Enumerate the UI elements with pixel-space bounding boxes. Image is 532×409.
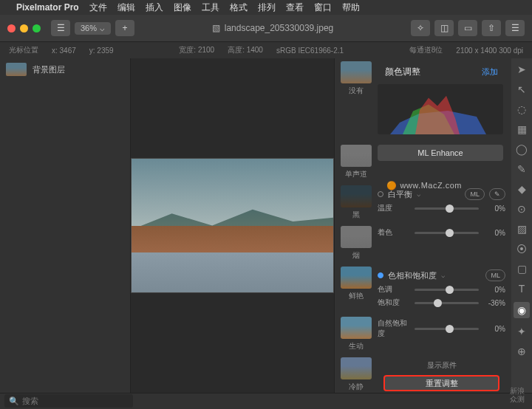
move-tool-icon[interactable]: ↖	[515, 83, 528, 96]
hs-toggle[interactable]	[378, 272, 383, 278]
layer-name: 背景图层	[33, 64, 65, 75]
add-adjustment-link[interactable]: 添加	[482, 66, 498, 78]
preset-live[interactable]	[341, 317, 372, 339]
share-icon[interactable]: ⇧	[482, 20, 501, 36]
watermark-sina: 新浪众测	[510, 387, 525, 403]
cursor-label: 光标位置	[9, 45, 38, 55]
zoom-dropdown[interactable]: 36%⌵	[75, 22, 111, 35]
zoom-tool-icon[interactable]: ⊕	[515, 345, 528, 358]
eyedropper-tool-icon[interactable]: ⦿	[515, 242, 528, 255]
menu-arrange[interactable]: 排列	[258, 1, 276, 14]
sidebar-toggle-icon[interactable]: ☰	[51, 20, 70, 36]
layers-panel: 背景图层	[0, 58, 131, 393]
show-original-button[interactable]: 显示原件	[378, 357, 505, 374]
preset-none[interactable]	[341, 61, 372, 83]
arrow-tool-icon[interactable]: ➤	[515, 63, 528, 76]
cursor-x: x: 3467	[52, 47, 76, 55]
layer-background[interactable]: 背景图层	[0, 58, 130, 80]
search-input[interactable]: 🔍 搜索	[4, 394, 133, 408]
layer-thumb	[6, 63, 27, 76]
marquee-tool-icon[interactable]: ◌	[515, 103, 528, 116]
menubar: Pixelmator Pro 文件 编辑 插入 图像 工具 格式 排列 查看 窗…	[0, 0, 532, 15]
tool-strip: ➤ ↖ ◌ ▦ ◯ ✎ ◆ ⊙ ▨ ⦿ ▢ T ◉ ✦ ⊕	[511, 58, 532, 393]
chevron-down-icon[interactable]: ⌵	[441, 272, 445, 279]
preset-mono[interactable]	[341, 145, 372, 167]
wb-toggle[interactable]	[378, 191, 383, 197]
hs-title: 色相和饱和度	[388, 270, 437, 281]
text-tool-icon[interactable]: T	[515, 282, 528, 295]
img-height: 1400	[247, 46, 263, 54]
brush-tool-icon[interactable]: ✎	[515, 162, 528, 176]
reset-adjustments-button[interactable]: 重置调整	[383, 375, 499, 391]
crop-icon[interactable]: ◫	[434, 20, 454, 36]
preset-smoke[interactable]	[341, 226, 372, 248]
menu-view[interactable]: 查看	[286, 1, 304, 14]
chevron-down-icon[interactable]: ⌵	[417, 190, 420, 198]
img-width: 2100	[198, 46, 214, 54]
menu-format[interactable]: 格式	[230, 1, 248, 14]
adjustments-panel: 没有 颜色调整 添加 单声道 ML Enhance 黑	[334, 58, 511, 393]
channels: 每通道8位	[409, 45, 443, 55]
info-bar: 光标位置 x: 3467 y: 2359 宽度: 2100 高度: 1400 s…	[0, 42, 532, 58]
shape-tool-icon[interactable]: ▢	[515, 262, 528, 275]
menu-file[interactable]: 文件	[89, 1, 107, 14]
menu-image[interactable]: 图像	[174, 1, 191, 14]
menu-tools[interactable]: 工具	[202, 1, 219, 14]
effects-tool-icon[interactable]: ✦	[515, 325, 528, 338]
temperature-slider[interactable]	[415, 207, 479, 210]
canvas[interactable]: 对图像的颜色调整重置为默认值，单击「重置调整」按钮	[131, 58, 334, 393]
panel-toggle-icon[interactable]: ☰	[505, 20, 525, 36]
menu-edit[interactable]: 编辑	[117, 1, 135, 14]
histogram	[378, 84, 503, 134]
watermark-macz: 🟠 www.MacZ.com	[386, 181, 462, 190]
vibrance-slider[interactable]	[415, 328, 479, 330]
saturation-slider[interactable]	[415, 302, 479, 304]
tint-slider[interactable]	[415, 232, 479, 234]
dimensions: 2100 x 1400 300 dpi	[456, 47, 523, 55]
app-name[interactable]: Pixelmator Pro	[16, 2, 79, 13]
hs-ml-button[interactable]: ML	[485, 269, 505, 281]
close-window-icon[interactable]	[7, 24, 16, 32]
maximize-window-icon[interactable]	[33, 24, 41, 32]
panel-title: 颜色调整	[385, 66, 476, 78]
menu-help[interactable]: 帮助	[342, 1, 360, 14]
menu-window[interactable]: 窗口	[314, 1, 332, 14]
add-button[interactable]: +	[115, 20, 134, 36]
menu-insert[interactable]: 插入	[146, 1, 163, 14]
wb-ml-button[interactable]: ML	[465, 188, 485, 200]
ml-enhance-button[interactable]: ML Enhance	[378, 145, 503, 161]
window-controls	[7, 24, 41, 32]
chevron-down-icon: ⌵	[100, 24, 105, 33]
search-icon: 🔍	[9, 396, 19, 406]
eyedropper-icon[interactable]: ✎	[489, 188, 505, 200]
minimize-window-icon[interactable]	[20, 24, 28, 32]
preset-black[interactable]	[341, 185, 372, 207]
document-title: ▧ landscape_205330039.jpeg	[139, 23, 406, 33]
canvas-image	[131, 158, 334, 293]
toolbar: ☰ 36%⌵ + ▧ landscape_205330039.jpeg ✧ ◫ …	[0, 15, 532, 42]
image-icon: ▧	[212, 23, 220, 33]
eraser-tool-icon[interactable]: ◆	[515, 182, 528, 196]
hue-slider[interactable]	[415, 289, 479, 291]
cursor-y: y: 2359	[89, 47, 114, 55]
gradient-tool-icon[interactable]: ▨	[515, 222, 528, 236]
lasso-tool-icon[interactable]: ◯	[515, 142, 528, 156]
clone-tool-icon[interactable]: ⊙	[515, 202, 528, 216]
preset-cool[interactable]	[341, 357, 372, 379]
preset-vivid[interactable]	[341, 267, 372, 289]
wand-icon[interactable]: ✧	[411, 20, 430, 36]
adjust-icon[interactable]: ▭	[458, 20, 477, 36]
adjustments-tool-icon[interactable]: ◉	[514, 302, 530, 318]
crop-tool-icon[interactable]: ▦	[515, 123, 528, 136]
colorspace: sRGB IEC61966-2.1	[276, 47, 344, 55]
